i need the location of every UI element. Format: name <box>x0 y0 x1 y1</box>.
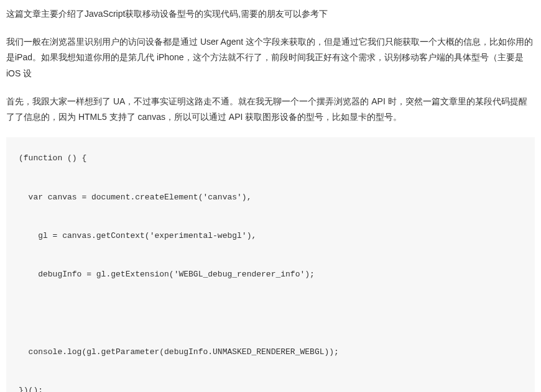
paragraph-2: 首先，我跟大家一样想到了 UA，不过事实证明这路走不通。就在我无聊一个一个摆弄浏… <box>6 94 535 125</box>
code-block: (function () { var canvas = document.cre… <box>6 137 535 392</box>
paragraph-1: 我们一般在浏览器里识别用户的访问设备都是通过 User Agent 这个字段来获… <box>6 34 535 81</box>
article-intro: 这篇文章主要介绍了JavaScript获取移动设备型号的实现代码,需要的朋友可以… <box>6 6 535 22</box>
